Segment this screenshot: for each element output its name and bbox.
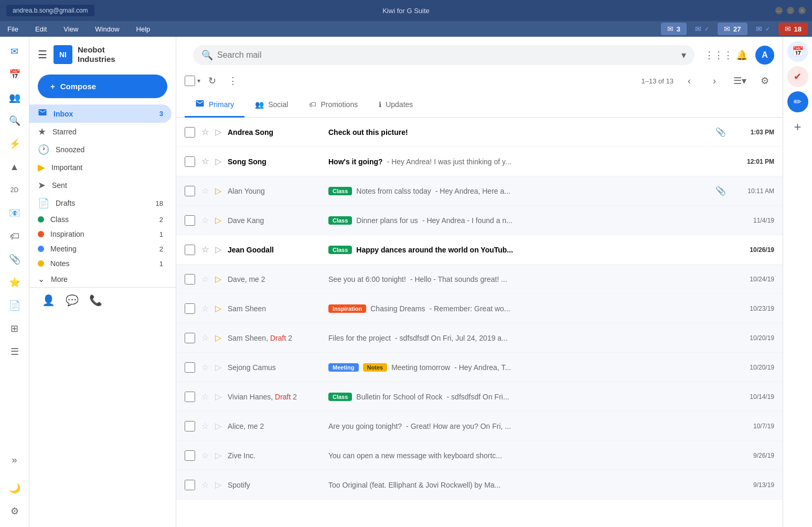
settings-button[interactable]: ⚙ bbox=[755, 71, 774, 90]
rail-expand-icon[interactable]: » bbox=[4, 449, 25, 470]
hamburger-menu[interactable]: ☰ bbox=[38, 48, 47, 61]
search-input[interactable] bbox=[217, 50, 677, 60]
sidebar-item-important[interactable]: ▶ Important bbox=[29, 159, 172, 176]
star-icon[interactable]: ☆ bbox=[201, 274, 209, 284]
rail-inbox2-icon[interactable]: 📧 bbox=[4, 203, 25, 224]
email-row[interactable]: ☆ ▷ Zive Inc. You can open a new message… bbox=[176, 441, 783, 470]
email-checkbox[interactable] bbox=[185, 392, 195, 402]
sidebar-item-notes[interactable]: Notes 1 bbox=[29, 256, 172, 271]
star-icon[interactable]: ☆ bbox=[201, 362, 209, 372]
email-row[interactable]: ☆ ▷ Dave Kang Class Dinner plans for us … bbox=[176, 206, 783, 235]
sidebar-item-inspiration[interactable]: Inspiration 1 bbox=[29, 227, 172, 241]
email-row[interactable]: ☆ ▷ Dave, me 2 See you at 6:00 tonight! … bbox=[176, 265, 783, 294]
menu-help[interactable]: Help bbox=[133, 24, 154, 34]
email-checkbox[interactable] bbox=[185, 156, 195, 167]
star-icon[interactable]: ☆ bbox=[201, 215, 209, 225]
menu-view[interactable]: View bbox=[60, 24, 81, 34]
view-options-button[interactable]: ☰▾ bbox=[730, 71, 749, 90]
email-checkbox[interactable] bbox=[185, 127, 195, 138]
select-all-checkbox[interactable] bbox=[185, 76, 195, 86]
email-row[interactable]: ☆ ▷ Spotify Too Original (feat. Elliphan… bbox=[176, 470, 783, 500]
email-checkbox[interactable] bbox=[185, 303, 195, 314]
email-row[interactable]: ☆ ▷ Andrea Song Check out this picture! … bbox=[176, 118, 783, 147]
forward-icon[interactable]: ▷ bbox=[215, 274, 221, 284]
badge-button-3[interactable]: ✉ 27 bbox=[718, 23, 747, 35]
rail-settings-icon[interactable]: ⚙ bbox=[4, 501, 25, 522]
notifications-icon[interactable]: 🔔 bbox=[732, 46, 751, 65]
sidebar-item-drafts[interactable]: 📄 Drafts 18 bbox=[29, 194, 172, 212]
email-row[interactable]: ☆ ▷ Sam Sheen, Draft 2 Files for the pro… bbox=[176, 323, 783, 353]
tab-primary[interactable]: Primary bbox=[185, 92, 244, 118]
forward-icon[interactable]: ▷ bbox=[215, 245, 221, 255]
sidebar-item-more[interactable]: ⌄ More bbox=[29, 271, 172, 287]
badge-button-4[interactable]: ✉ ✓ bbox=[750, 23, 776, 35]
forward-icon[interactable]: ▷ bbox=[215, 215, 221, 225]
badge-button-2[interactable]: ✉ ✓ bbox=[689, 23, 715, 35]
sidebar-item-starred[interactable]: ★ Starred bbox=[29, 123, 172, 141]
forward-icon[interactable]: ▷ bbox=[215, 421, 221, 431]
chat-icon[interactable]: 💬 bbox=[66, 294, 79, 307]
star-icon[interactable]: ☆ bbox=[201, 186, 209, 196]
email-checkbox[interactable] bbox=[185, 215, 195, 226]
star-icon[interactable]: ☆ bbox=[201, 156, 209, 166]
sidebar-item-class[interactable]: Class 2 bbox=[29, 212, 172, 227]
badge-button-5[interactable]: ✉ 18 bbox=[778, 23, 808, 35]
select-dropdown-icon[interactable]: ▾ bbox=[197, 77, 200, 85]
rail-table-icon[interactable]: ⊞ bbox=[4, 318, 25, 339]
star-icon[interactable]: ☆ bbox=[201, 450, 209, 460]
user-avatar[interactable]: A bbox=[755, 46, 774, 65]
email-checkbox[interactable] bbox=[185, 333, 195, 343]
menu-file[interactable]: File bbox=[4, 24, 22, 34]
right-calendar-icon[interactable]: 📅 bbox=[787, 41, 808, 62]
star-icon[interactable]: ☆ bbox=[201, 127, 209, 137]
rail-list-icon[interactable]: ☰ bbox=[4, 341, 25, 362]
menu-edit[interactable]: Edit bbox=[32, 24, 50, 34]
star-icon[interactable]: ☆ bbox=[201, 480, 209, 490]
email-row[interactable]: ☆ ▷ Alan Young Class Notes from calss to… bbox=[176, 176, 783, 206]
prev-page-button[interactable]: ‹ bbox=[680, 71, 699, 90]
rail-moon-icon[interactable]: 🌙 bbox=[4, 478, 25, 499]
forward-icon[interactable]: ▷ bbox=[215, 127, 221, 137]
email-checkbox[interactable] bbox=[185, 245, 195, 255]
next-page-button[interactable]: › bbox=[705, 71, 724, 90]
rail-2d-icon[interactable]: 2D bbox=[4, 180, 25, 201]
email-row[interactable]: ☆ ▷ Song Song How's it going? - Hey Andr… bbox=[176, 147, 783, 176]
rail-calendar-icon[interactable]: 📅 bbox=[4, 64, 25, 85]
rail-tag-icon[interactable]: 🏷 bbox=[4, 226, 25, 247]
close-button[interactable]: ✕ bbox=[798, 7, 806, 14]
right-add-icon[interactable]: + bbox=[787, 117, 808, 138]
forward-icon[interactable]: ▷ bbox=[215, 362, 221, 372]
maximize-button[interactable]: □ bbox=[787, 7, 794, 14]
more-options-button[interactable]: ⋮ bbox=[223, 71, 242, 90]
forward-icon[interactable]: ▷ bbox=[215, 156, 221, 166]
rail-star2-icon[interactable]: ⭐ bbox=[4, 272, 25, 293]
right-blue-icon[interactable]: ✏ bbox=[787, 91, 808, 112]
email-checkbox[interactable] bbox=[185, 186, 195, 196]
email-row[interactable]: ☆ ▷ Alice, me 2 Are you going tonight? -… bbox=[176, 412, 783, 441]
forward-icon[interactable]: ▷ bbox=[215, 450, 221, 460]
forward-icon[interactable]: ▷ bbox=[215, 480, 221, 490]
rail-arrow-icon[interactable]: ▲ bbox=[4, 156, 25, 177]
sidebar-item-meeting[interactable]: Meeting 2 bbox=[29, 241, 172, 256]
forward-icon[interactable]: ▷ bbox=[215, 392, 221, 402]
search-dropdown-icon[interactable]: ▾ bbox=[681, 49, 686, 61]
sidebar-item-snoozed[interactable]: 🕐 Snoozed bbox=[29, 141, 172, 159]
minimize-button[interactable]: — bbox=[775, 7, 783, 14]
badge-button-1[interactable]: ✉ 3 bbox=[661, 23, 687, 35]
tab-updates[interactable]: ℹ Updates bbox=[368, 92, 423, 118]
email-row[interactable]: ☆ ▷ Sam Sheen Inspiration Chasing Dreams… bbox=[176, 294, 783, 323]
email-row[interactable]: ☆ ▷ Vivian Hanes, Draft 2 Class Bulletin… bbox=[176, 382, 783, 412]
tab-social[interactable]: 👥 Social bbox=[244, 92, 298, 118]
forward-icon[interactable]: ▷ bbox=[215, 303, 221, 313]
email-checkbox[interactable] bbox=[185, 450, 195, 461]
email-checkbox[interactable] bbox=[185, 480, 195, 490]
compose-button[interactable]: + Compose bbox=[38, 75, 167, 98]
forward-icon[interactable]: ▷ bbox=[215, 186, 221, 196]
star-icon[interactable]: ☆ bbox=[201, 245, 209, 255]
rail-doc-icon[interactable]: 📄 bbox=[4, 295, 25, 316]
rail-contacts-icon[interactable]: 👥 bbox=[4, 87, 25, 108]
email-checkbox[interactable] bbox=[185, 362, 195, 373]
email-row[interactable]: ☆ ▷ Jean Goodall Class Happy dances arou… bbox=[176, 235, 783, 265]
rail-clip-icon[interactable]: 📎 bbox=[4, 249, 25, 270]
email-row[interactable]: ☆ ▷ Sejong Camus Meeting Notes Meeting t… bbox=[176, 353, 783, 382]
